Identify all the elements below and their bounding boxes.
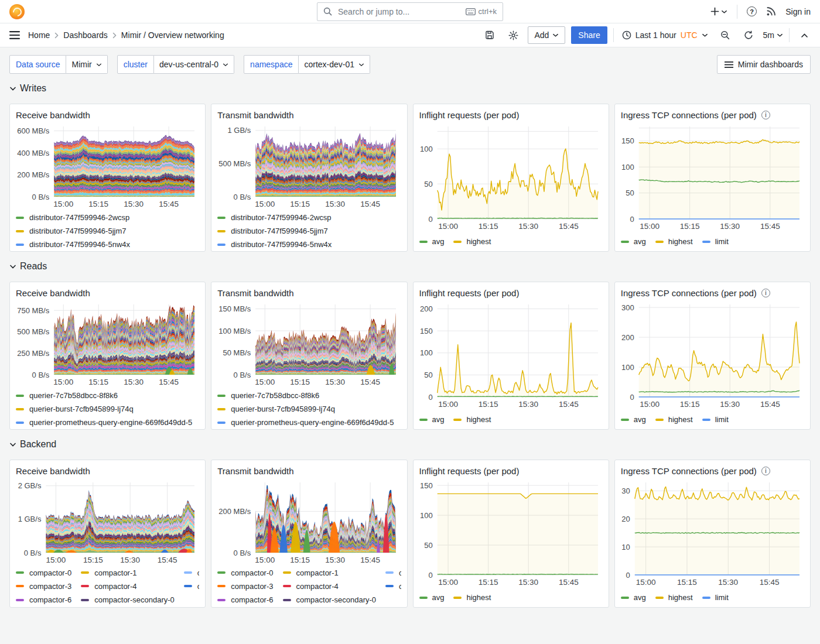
help-icon[interactable]: ? (747, 6, 757, 16)
time-series-chart[interactable]: 15010050015:0015:1515:3015:45 (419, 478, 603, 588)
time-range-picker[interactable]: Last 1 hour UTC (620, 30, 710, 40)
legend-item[interactable]: querier-burst-7cfb945899-lj74q (16, 402, 199, 416)
panel-title[interactable]: Ingress TCP connections (per pod) (621, 288, 757, 298)
legend-item[interactable]: querier-burst-7cfb945899-lj74q (217, 402, 401, 416)
legend-label: compactor-1 (94, 568, 136, 577)
sign-in-button[interactable]: Sign in (785, 7, 811, 16)
panel-title[interactable]: Transmit bandwidth (217, 288, 293, 298)
news-rss-icon[interactable] (766, 6, 776, 16)
legend-item[interactable]: distributor-747f599946-5jjm7 (16, 224, 199, 238)
legend-item[interactable]: compactor-3 (16, 580, 71, 592)
legend-item[interactable]: highest (453, 237, 491, 246)
legend-item[interactable]: compactor-5 (184, 580, 199, 592)
legend-item[interactable]: compactor-6 (217, 594, 273, 606)
legend-item[interactable]: querier-7c7b58dbcc-8f8k6 (217, 389, 401, 402)
legend-item[interactable]: compactor-3 (217, 580, 273, 592)
time-series-chart[interactable]: 20015010050015:0015:1515:3015:45 (419, 300, 603, 410)
search-box[interactable]: ctrl+k (317, 2, 503, 21)
legend-item[interactable]: compactor-1 (283, 567, 377, 578)
svg-text:150: 150 (621, 136, 634, 145)
info-icon[interactable]: i (761, 289, 770, 297)
section-header-writes[interactable]: Writes (9, 82, 811, 95)
mimir-dashboards-button[interactable]: Mimir dashboards (717, 55, 811, 74)
svg-text:30: 30 (621, 487, 630, 495)
add-button[interactable]: Add (528, 26, 565, 44)
panel-title[interactable]: Receive bandwidth (16, 288, 90, 298)
legend-item[interactable]: limit (702, 237, 729, 246)
legend-item[interactable]: highest (655, 237, 693, 246)
legend-item[interactable]: distributor-747f599946-2wcsp (217, 211, 401, 224)
legend-item[interactable]: highest (453, 415, 491, 424)
panel-title[interactable]: Ingress TCP connections (per pod) (621, 466, 757, 476)
time-series-chart[interactable]: 300200100015:0015:1515:3015:45 (621, 300, 804, 410)
panel-title[interactable]: Receive bandwidth (16, 466, 90, 476)
time-series-chart[interactable]: 1 GB/s500 MB/s0 B/s15:0015:1515:3015:45 (217, 122, 401, 210)
legend-item[interactable]: distributor-747f599946-5nw4x (217, 238, 401, 250)
time-series-chart[interactable]: 15010050015:0015:1515:3015:45 (621, 122, 804, 232)
panel-title[interactable]: Inflight requests (per pod) (419, 288, 520, 298)
legend-item[interactable]: highest (655, 593, 693, 602)
section-header-reads[interactable]: Reads (9, 260, 811, 273)
legend-item[interactable]: compactor-2 (385, 567, 401, 578)
search-input[interactable] (337, 6, 461, 17)
legend-item[interactable]: querier-7c7b58dbcc-8f8k6 (16, 389, 199, 402)
legend-swatch (217, 217, 226, 219)
section-header-backend[interactable]: Backend (9, 438, 811, 451)
time-series-chart[interactable]: 2 GB/s1 GB/s0 B/s15:0015:1515:3015:45 (16, 478, 199, 566)
legend-item[interactable]: compactor-6 (16, 594, 71, 606)
refresh-interval-dropdown[interactable]: 5m (763, 30, 783, 40)
share-button[interactable]: Share (571, 26, 607, 44)
time-series-chart[interactable]: 10050015:0015:1515:3015:45 (419, 122, 603, 232)
legend-item[interactable]: compactor-secondary-0 (283, 594, 377, 606)
info-icon[interactable]: i (761, 111, 770, 119)
panel-title[interactable]: Ingress TCP connections (per pod) (621, 110, 757, 120)
legend-item[interactable]: distributor-747f599946-5nw4x (16, 238, 199, 250)
legend-item[interactable]: compactor-5 (385, 580, 401, 592)
refresh-icon[interactable] (740, 26, 757, 44)
save-dashboard-button[interactable] (481, 26, 498, 44)
legend-item[interactable]: compactor-2 (184, 567, 199, 578)
grafana-logo[interactable] (9, 4, 25, 19)
legend-item[interactable]: highest (655, 415, 693, 424)
legend-item[interactable]: limit (702, 593, 729, 602)
breadcrumb-dashboards[interactable]: Dashboards (63, 30, 108, 40)
variable-value-dropdown[interactable]: dev-us-central-0 (154, 55, 234, 74)
panel-title[interactable]: Inflight requests (per pod) (419, 466, 520, 476)
menu-hamburger-icon[interactable] (9, 31, 20, 39)
panel-title[interactable]: Receive bandwidth (16, 110, 90, 120)
legend-item[interactable]: compactor-secondary-0 (81, 594, 175, 606)
zoom-out-time-icon[interactable] (716, 26, 734, 44)
legend-item[interactable]: compactor-0 (16, 567, 71, 578)
legend-item[interactable]: avg (621, 415, 646, 424)
time-series-chart[interactable]: 750 MB/s500 MB/s250 MB/s0 B/s15:0015:151… (16, 300, 199, 388)
dashboard-settings-gear-icon[interactable] (504, 26, 522, 44)
time-series-chart[interactable]: 150 MB/s100 MB/s50 MB/s0 B/s15:0015:1515… (217, 300, 401, 388)
panel-title[interactable]: Transmit bandwidth (217, 466, 293, 476)
legend-item[interactable]: distributor-747f599946-5jjm7 (217, 224, 401, 238)
legend-item[interactable]: querier-prometheus-query-engine-669f6d49… (217, 416, 401, 428)
panel-title[interactable]: Inflight requests (per pod) (419, 110, 520, 120)
legend-item[interactable]: limit (702, 415, 729, 424)
legend-item[interactable]: highest (453, 593, 491, 602)
info-icon[interactable]: i (761, 467, 770, 475)
legend-item[interactable]: compactor-0 (217, 567, 273, 578)
variable-value-dropdown[interactable]: Mimir (66, 55, 107, 74)
collapse-toolbar-chevron-up-icon[interactable] (795, 26, 813, 44)
legend-item[interactable]: querier-prometheus-query-engine-669f6d49… (16, 416, 199, 428)
legend-item[interactable]: compactor-4 (81, 580, 175, 592)
time-series-chart[interactable]: 302010015:0015:1515:3015:45 (621, 478, 804, 588)
breadcrumb-home[interactable]: Home (28, 30, 50, 40)
legend-item[interactable]: avg (419, 237, 445, 246)
legend-item[interactable]: compactor-4 (283, 580, 377, 592)
time-series-chart[interactable]: 200 MB/s0 B/s15:0015:1515:3015:45 (217, 478, 401, 566)
legend-item[interactable]: avg (419, 593, 445, 602)
panel-title[interactable]: Transmit bandwidth (217, 110, 293, 120)
new-menu-button[interactable] (710, 7, 727, 16)
legend-item[interactable]: compactor-1 (81, 567, 175, 578)
variable-value-dropdown[interactable]: cortex-dev-01 (299, 55, 370, 74)
time-series-chart[interactable]: 600 MB/s400 MB/s200 MB/s0 B/s15:0015:151… (16, 122, 199, 210)
legend-item[interactable]: avg (621, 237, 646, 246)
legend-item[interactable]: avg (419, 415, 445, 424)
legend-item[interactable]: avg (621, 593, 646, 602)
legend-item[interactable]: distributor-747f599946-2wcsp (16, 211, 199, 224)
